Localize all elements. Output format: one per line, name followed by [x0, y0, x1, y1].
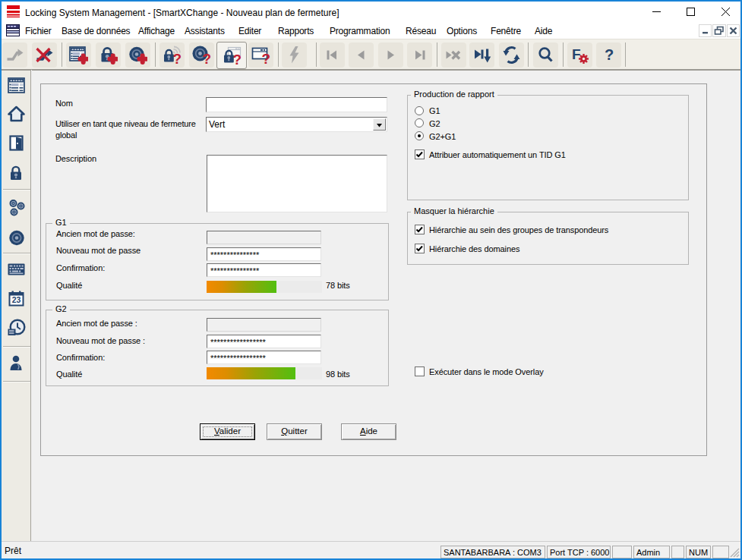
- svg-text:?: ?: [233, 52, 242, 66]
- svg-text:23: 23: [12, 295, 21, 304]
- svg-text:F: F: [572, 46, 581, 62]
- svg-text:?: ?: [262, 51, 271, 65]
- svg-text:?: ?: [203, 51, 212, 65]
- svg-text:?: ?: [605, 46, 614, 63]
- svg-text:?: ?: [173, 51, 182, 65]
